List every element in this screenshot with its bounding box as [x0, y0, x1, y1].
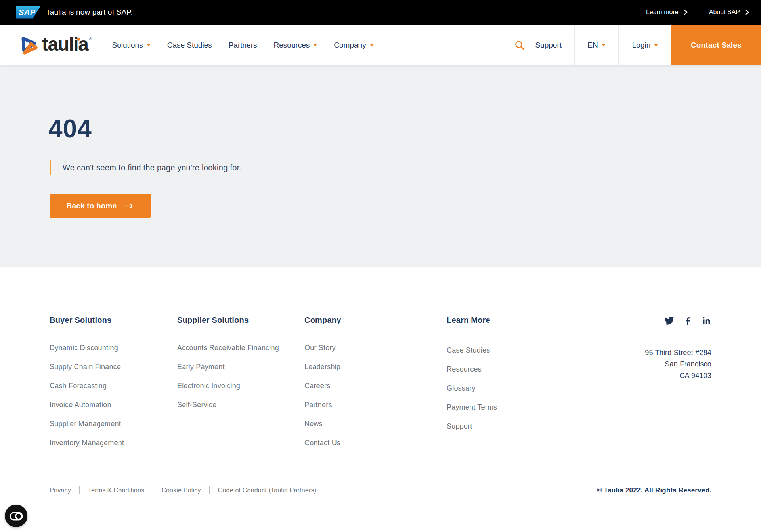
search-icon — [514, 40, 525, 50]
nav-item-company[interactable]: Company — [334, 41, 373, 50]
privacy-link[interactable]: Privacy — [50, 487, 71, 494]
language-selector[interactable]: EN — [575, 25, 618, 65]
chevron-down-icon — [313, 44, 317, 46]
legal-bar: Privacy Terms & Conditions Cookie Policy… — [50, 486, 711, 494]
footer: Buyer Solutions Dynamic Discounting Supp… — [0, 267, 761, 532]
about-sap-link[interactable]: About SAP — [709, 9, 749, 16]
nav-item-case-studies[interactable]: Case Studies — [167, 41, 212, 50]
chevron-down-icon — [654, 44, 658, 46]
address-line: San Francisco — [645, 358, 711, 370]
social-links — [645, 316, 711, 326]
footer-link-contact-us[interactable]: Contact Us — [304, 439, 341, 447]
taulia-logo-icon — [18, 34, 38, 56]
taulia-wordmark: taulia — [42, 35, 88, 54]
nav-menu: Solutions Case Studies Partners Resource… — [112, 41, 373, 50]
nav-item-support[interactable]: Support — [535, 41, 562, 50]
footer-link-dynamic-discounting[interactable]: Dynamic Discounting — [50, 343, 124, 352]
chevron-right-icon — [683, 9, 688, 15]
nav-item-partners[interactable]: Partners — [229, 41, 257, 50]
separator — [153, 486, 153, 494]
footer-link-payment-terms[interactable]: Payment Terms — [447, 403, 497, 412]
footer-heading: Learn More — [447, 316, 497, 325]
chevron-down-icon — [602, 44, 606, 46]
chevron-down-icon — [147, 44, 151, 46]
sap-logo-text: SAP — [16, 8, 36, 17]
footer-heading: Buyer Solutions — [50, 316, 124, 325]
footer-link-inventory-management[interactable]: Inventory Management — [50, 439, 124, 447]
login-menu[interactable]: Login — [619, 25, 671, 65]
footer-column-supplier-solutions: Supplier Solutions Accounts Receivable F… — [177, 316, 279, 419]
footer-link-electronic-invoicing[interactable]: Electronic Invoicing — [177, 381, 279, 390]
company-address: 95 Third Street #284 San Francisco CA 94… — [645, 347, 711, 381]
footer-link-partners[interactable]: Partners — [304, 400, 341, 409]
chevron-down-icon — [370, 44, 374, 46]
footer-column-buyer-solutions: Buyer Solutions Dynamic Discounting Supp… — [50, 316, 124, 458]
footer-link-self-service[interactable]: Self-Service — [177, 400, 279, 409]
about-sap-label: About SAP — [709, 9, 740, 16]
footer-link-glossary[interactable]: Glossary — [447, 384, 497, 393]
footer-link-cash-forecasting[interactable]: Cash Forecasting — [50, 381, 124, 390]
separator — [79, 486, 80, 494]
copyright-text: © Taulia 2022. All Rights Reserved. — [597, 486, 711, 494]
nav-item-resources[interactable]: Resources — [273, 41, 317, 50]
twitter-link[interactable] — [664, 316, 674, 326]
footer-link-our-story[interactable]: Our Story — [304, 343, 341, 352]
sap-announcement-bar: SAP Taulia is now part of SAP. Learn mor… — [0, 0, 761, 25]
address-line: CA 94103 — [645, 370, 711, 381]
footer-link-case-studies[interactable]: Case Studies — [447, 346, 497, 355]
taulia-i-dot — [77, 38, 80, 41]
chevron-right-icon — [745, 9, 749, 15]
address-line: 95 Third Street #284 — [645, 347, 711, 358]
separator — [209, 486, 210, 494]
footer-link-resources[interactable]: Resources — [447, 365, 497, 374]
footer-link-careers[interactable]: Careers — [304, 381, 341, 390]
taulia-logo[interactable]: taulia ® — [18, 34, 91, 56]
footer-link-supplier-management[interactable]: Supplier Management — [50, 419, 124, 428]
facebook-icon — [683, 316, 693, 326]
linkedin-link[interactable] — [702, 316, 711, 326]
error-code: 404 — [48, 116, 761, 141]
footer-link-invoice-automation[interactable]: Invoice Automation — [50, 400, 124, 409]
back-to-home-button[interactable]: Back to home — [50, 194, 151, 218]
footer-link-accounts-receivable-financing[interactable]: Accounts Receivable Financing — [177, 343, 279, 352]
terms-link[interactable]: Terms & Conditions — [88, 487, 144, 494]
facebook-link[interactable] — [683, 316, 693, 326]
legal-links: Privacy Terms & Conditions Cookie Policy… — [50, 486, 316, 494]
twitter-icon — [664, 316, 674, 326]
toggle-icon — [10, 512, 23, 521]
search-button[interactable] — [514, 40, 525, 50]
footer-link-support[interactable]: Support — [447, 422, 497, 431]
cookie-settings-widget[interactable] — [5, 505, 27, 527]
error-hero-section: 404 We can't seem to find the page you'r… — [0, 65, 761, 267]
footer-link-supply-chain-finance[interactable]: Supply Chain Finance — [50, 362, 124, 371]
footer-link-leadership[interactable]: Leadership — [304, 362, 341, 371]
arrow-right-icon — [123, 203, 134, 209]
linkedin-icon — [702, 316, 711, 326]
footer-column-learn-more: Learn More Case Studies Resources Glossa… — [447, 316, 497, 441]
footer-heading: Company — [304, 316, 341, 325]
footer-contact-block: 95 Third Street #284 San Francisco CA 94… — [645, 316, 711, 381]
footer-link-early-payment[interactable]: Early Payment — [177, 362, 279, 371]
footer-column-company: Company Our Story Leadership Careers Par… — [304, 316, 341, 458]
footer-heading: Supplier Solutions — [177, 316, 279, 325]
learn-more-link[interactable]: Learn more — [646, 9, 688, 16]
cookie-policy-link[interactable]: Cookie Policy — [161, 487, 201, 494]
code-of-conduct-link[interactable]: Code of Conduct (Taulia Partners) — [218, 487, 317, 494]
error-message: We can't seem to find the page you're lo… — [50, 160, 761, 175]
learn-more-label: Learn more — [646, 9, 679, 16]
contact-sales-button[interactable]: Contact Sales — [671, 25, 761, 65]
main-nav: taulia ® Solutions Case Studies Partners… — [0, 25, 761, 65]
sap-message: Taulia is now part of SAP. — [46, 8, 133, 17]
registered-mark: ® — [89, 36, 92, 41]
sap-logo[interactable]: SAP — [16, 6, 40, 19]
nav-item-solutions[interactable]: Solutions — [112, 41, 150, 50]
footer-link-news[interactable]: News — [304, 419, 341, 428]
